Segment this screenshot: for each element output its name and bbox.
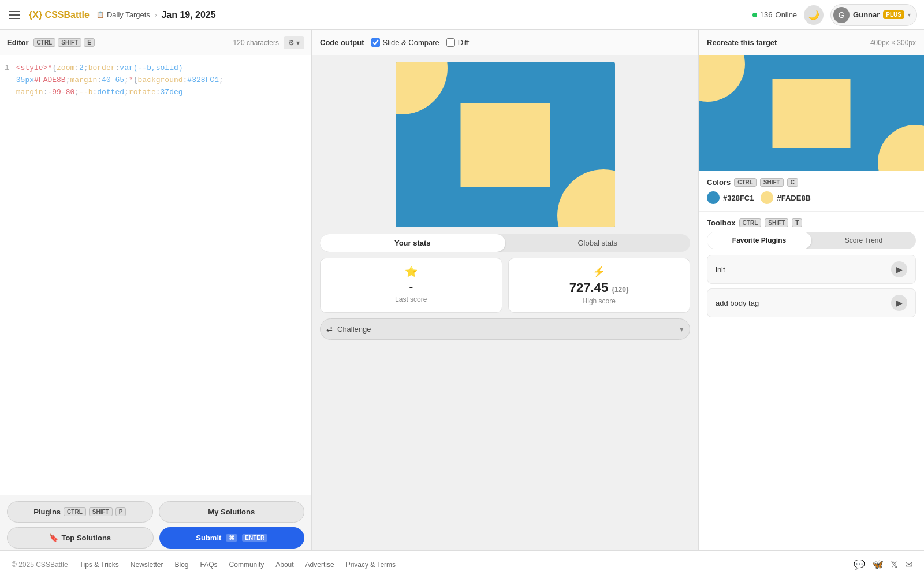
- x-twitter-icon[interactable]: 𝕏: [891, 559, 898, 570]
- footer-link-community[interactable]: Community: [229, 561, 264, 569]
- logo[interactable]: {X} CSSBattle: [29, 10, 90, 20]
- right-panel-title: Recreate this target: [707, 38, 777, 47]
- char-count: 120 characters: [233, 39, 279, 47]
- plugins-button[interactable]: Plugins CTRL SHIFT P: [7, 501, 153, 523]
- gear-icon: ⚙: [288, 39, 295, 47]
- tab-global-stats[interactable]: Global stats: [505, 234, 691, 252]
- footer-link-faqs[interactable]: FAQs: [200, 561, 218, 569]
- editor-label: Editor: [7, 38, 29, 47]
- color-chip-1[interactable]: #328FC1: [707, 191, 754, 204]
- slide-compare-checkbox[interactable]: [371, 38, 380, 47]
- bluesky-icon[interactable]: 🦋: [872, 559, 884, 570]
- menu-icon-line1: [9, 11, 20, 12]
- plugins-label: Plugins: [33, 507, 61, 516]
- line-number-1: 1: [5, 62, 9, 75]
- settings-chevron: ▾: [296, 39, 300, 47]
- colors-section: Colors CTRL SHIFT C #328FC1 #FADE8B: [699, 171, 924, 212]
- footer-link-advertise[interactable]: Advertise: [305, 561, 334, 569]
- menu-icon-line3: [9, 18, 20, 19]
- toolbox-section: Toolbox CTRL SHIFT T Favorite Plugins Sc…: [699, 212, 924, 329]
- footer-link-blog[interactable]: Blog: [175, 561, 189, 569]
- settings-button[interactable]: ⚙ ▾: [284, 36, 304, 49]
- submit-cmd-key: ⌘: [226, 534, 237, 542]
- line-number-spacer: [5, 75, 9, 87]
- code-line-2: 35px#FADE8B;margin:40 65;*{background:#3…: [5, 75, 307, 87]
- shift-key-toolbox: SHIFT: [765, 218, 788, 227]
- current-date: Jan 19, 2025: [161, 10, 215, 20]
- menu-icon-line2: [9, 14, 20, 16]
- last-score-label: Last score: [326, 295, 496, 303]
- right-toolbar: Recreate this target 400px × 300px: [699, 30, 924, 55]
- shift-key: SHIFT: [58, 38, 81, 47]
- tab-score-trend[interactable]: Score Trend: [811, 232, 916, 249]
- color-hex-2: #FADE8B: [777, 194, 811, 202]
- c-key-colors: C: [787, 178, 798, 187]
- ctrl-key-toolbox: CTRL: [739, 218, 762, 227]
- diff-checkbox[interactable]: [446, 38, 455, 47]
- colors-label: Colors CTRL SHIFT C: [707, 178, 916, 187]
- plugin-run-button-1[interactable]: ▶: [891, 261, 907, 277]
- nav-arrow: ›: [152, 10, 159, 19]
- email-icon[interactable]: ✉: [905, 559, 912, 570]
- code-tag: <style>: [16, 62, 48, 75]
- nav-icon: 📋: [96, 11, 105, 18]
- online-count: 136: [760, 10, 773, 19]
- footer-link-privacy[interactable]: Privacy & Terms: [346, 561, 396, 569]
- theme-toggle-button[interactable]: 🌙: [804, 5, 824, 25]
- line-number-spacer2: [5, 87, 9, 99]
- last-score-value: -: [326, 280, 496, 294]
- play-icon-2: ▶: [896, 298, 903, 307]
- color-dot-2: [761, 191, 773, 204]
- nav-section[interactable]: Daily Targets: [107, 10, 150, 19]
- challenge-button[interactable]: ⇄ Challenge ▾: [320, 318, 690, 340]
- editor-content[interactable]: 1 <style>*{zoom:2;border:var(--b,solid) …: [0, 55, 311, 495]
- p-key-plugins: P: [116, 507, 126, 516]
- bottom-row-2: 🔖 Top Solutions Submit ⌘ ENTER: [7, 527, 304, 549]
- discord-icon[interactable]: 💬: [854, 559, 865, 570]
- tab-your-stats[interactable]: Your stats: [320, 234, 505, 252]
- last-score-card: ⭐ - Last score: [320, 258, 502, 313]
- main-layout: Editor CTRL SHIFT E 120 characters ⚙ ▾ 1…: [0, 30, 924, 550]
- plugin-item-2[interactable]: add body tag ▶: [707, 288, 916, 317]
- my-solutions-label: My Solutions: [208, 507, 255, 516]
- submit-label: Submit: [196, 533, 221, 542]
- code-line-3: margin:-99-80;--b:dotted;rotate:37deg: [5, 87, 307, 99]
- target-circle-bottom-right: [878, 125, 924, 171]
- footer-social: 💬 🦋 𝕏 ✉: [854, 559, 912, 570]
- high-score-chars: {120}: [612, 286, 628, 294]
- diff-label: Diff: [458, 38, 469, 47]
- center-rectangle: [460, 103, 550, 187]
- high-score-card: ⚡ 727.45 {120} High score: [508, 258, 691, 313]
- footer-link-newsletter[interactable]: Newsletter: [131, 561, 163, 569]
- avatar: G: [833, 7, 850, 23]
- slide-compare-group: Slide & Compare: [371, 38, 439, 47]
- menu-button[interactable]: [7, 9, 22, 21]
- color-chip-2[interactable]: #FADE8B: [761, 191, 811, 204]
- t-key-toolbox: T: [792, 218, 802, 227]
- colors-row: #328FC1 #FADE8B: [707, 191, 916, 204]
- user-plus-badge: PLUS: [883, 10, 904, 19]
- user-badge[interactable]: G Gunnar PLUS ▾: [830, 4, 917, 26]
- footer-link-tips[interactable]: Tips & Tricks: [80, 561, 119, 569]
- colors-title: Colors: [707, 178, 731, 187]
- footer-link-about[interactable]: About: [275, 561, 293, 569]
- editor-bottom: Plugins CTRL SHIFT P My Solutions 🔖 Top …: [0, 495, 311, 550]
- lightning-icon: ⚡: [515, 265, 684, 278]
- stats-section: Your stats Global stats ⭐ - Last score ⚡…: [312, 234, 698, 340]
- share-icon: ⇄: [326, 325, 333, 334]
- shift-key-colors: SHIFT: [760, 178, 784, 187]
- my-solutions-button[interactable]: My Solutions: [159, 501, 305, 523]
- submit-button[interactable]: Submit ⌘ ENTER: [159, 527, 305, 549]
- user-name: Gunnar: [853, 10, 880, 19]
- code-output-toolbar: Code output Slide & Compare Diff: [312, 30, 698, 55]
- online-dot: [752, 13, 757, 17]
- header-right: 136 Online 🌙 G Gunnar PLUS ▾: [752, 4, 917, 26]
- toolbox-title: Toolbox: [707, 218, 736, 227]
- plugin-run-button-2[interactable]: ▶: [891, 295, 907, 311]
- tab-favorite-plugins[interactable]: Favorite Plugins: [707, 232, 811, 249]
- star-icon: ⭐: [326, 265, 496, 278]
- plugin-item-1[interactable]: init ▶: [707, 255, 916, 284]
- high-score-value: 727.45 {120}: [515, 280, 684, 295]
- top-solutions-button[interactable]: 🔖 Top Solutions: [7, 527, 154, 549]
- toolbox-tabs: Favorite Plugins Score Trend: [707, 232, 916, 249]
